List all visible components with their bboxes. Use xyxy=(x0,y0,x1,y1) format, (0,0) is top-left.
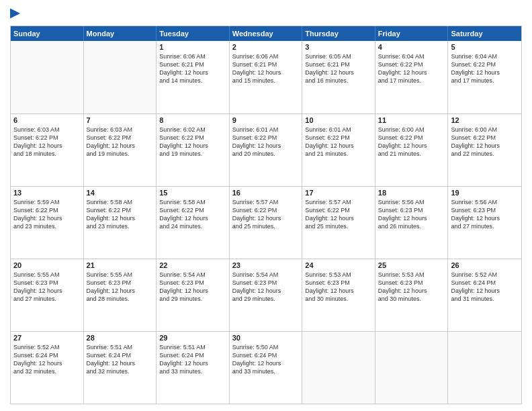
calendar-cell: 4Sunrise: 6:04 AMSunset: 6:22 PMDaylight… xyxy=(375,41,449,113)
day-number: 26 xyxy=(451,261,519,269)
calendar-cell: 13Sunrise: 5:59 AMSunset: 6:22 PMDayligh… xyxy=(11,187,84,259)
cell-info-line: Sunrise: 6:03 AM xyxy=(87,126,154,134)
day-number: 29 xyxy=(159,334,226,342)
cell-info-line: Sunrise: 6:02 AM xyxy=(159,126,226,134)
cell-info-line: and 21 minutes. xyxy=(378,150,445,158)
cell-info-line: Daylight: 12 hours xyxy=(451,68,519,77)
day-number: 13 xyxy=(13,189,81,197)
cell-info-line: Sunset: 6:22 PM xyxy=(451,60,519,68)
cell-info-line: Sunset: 6:23 PM xyxy=(13,279,81,287)
cell-info-line: Sunset: 6:23 PM xyxy=(87,279,154,287)
day-number: 4 xyxy=(378,43,445,51)
header-cell-wednesday: Wednesday xyxy=(230,26,303,41)
cell-info-line: Daylight: 12 hours xyxy=(13,287,81,295)
cell-info-line: Sunrise: 5:58 AM xyxy=(159,198,226,206)
cell-info-line: Daylight: 12 hours xyxy=(232,359,300,367)
day-number: 15 xyxy=(159,189,226,197)
cell-info-line: Daylight: 12 hours xyxy=(159,287,226,295)
cell-info-line: Sunset: 6:21 PM xyxy=(159,60,226,68)
calendar-cell: 24Sunrise: 5:53 AMSunset: 6:23 PMDayligh… xyxy=(302,259,375,331)
calendar-cell: 8Sunrise: 6:02 AMSunset: 6:22 PMDaylight… xyxy=(157,114,230,186)
cell-info-line: and 33 minutes. xyxy=(232,367,300,375)
calendar-cell xyxy=(302,332,375,404)
cell-info-line: Daylight: 12 hours xyxy=(305,214,372,222)
calendar-cell: 29Sunrise: 5:51 AMSunset: 6:24 PMDayligh… xyxy=(157,332,230,404)
calendar-body: 1Sunrise: 6:06 AMSunset: 6:21 PMDaylight… xyxy=(11,41,521,404)
cell-info-line: Daylight: 12 hours xyxy=(378,142,445,150)
day-number: 16 xyxy=(232,189,300,197)
calendar-cell: 2Sunrise: 6:06 AMSunset: 6:21 PMDaylight… xyxy=(230,41,303,113)
calendar-cell: 1Sunrise: 6:06 AMSunset: 6:21 PMDaylight… xyxy=(157,41,230,113)
calendar-week-2: 6Sunrise: 6:03 AMSunset: 6:22 PMDaylight… xyxy=(11,113,521,186)
calendar: SundayMondayTuesdayWednesdayThursdayFrid… xyxy=(10,26,522,404)
calendar-cell: 12Sunrise: 6:00 AMSunset: 6:22 PMDayligh… xyxy=(448,114,521,186)
day-number: 3 xyxy=(305,43,372,51)
calendar-cell: 6Sunrise: 6:03 AMSunset: 6:22 PMDaylight… xyxy=(11,114,84,186)
calendar-cell xyxy=(448,332,521,404)
cell-info-line: Daylight: 12 hours xyxy=(232,68,300,77)
calendar-header: SundayMondayTuesdayWednesdayThursdayFrid… xyxy=(11,26,521,41)
cell-info-line: and 25 minutes. xyxy=(232,222,300,230)
cell-info-line: Sunrise: 5:52 AM xyxy=(451,271,519,279)
calendar-cell: 23Sunrise: 5:54 AMSunset: 6:23 PMDayligh… xyxy=(230,259,303,331)
cell-info-line: Daylight: 12 hours xyxy=(13,142,81,150)
cell-info-line: Daylight: 12 hours xyxy=(87,287,154,295)
cell-info-line: Sunrise: 5:53 AM xyxy=(305,271,372,279)
cell-info-line: and 17 minutes. xyxy=(451,77,519,85)
cell-info-line: Daylight: 12 hours xyxy=(378,68,445,77)
cell-info-line: Sunset: 6:22 PM xyxy=(13,206,81,214)
header: ▶ xyxy=(10,7,522,20)
calendar-cell: 7Sunrise: 6:03 AMSunset: 6:22 PMDaylight… xyxy=(84,114,157,186)
cell-info-line: Daylight: 12 hours xyxy=(378,287,445,295)
cell-info-line: Sunset: 6:22 PM xyxy=(87,134,154,142)
calendar-cell xyxy=(84,41,157,113)
calendar-cell: 21Sunrise: 5:55 AMSunset: 6:23 PMDayligh… xyxy=(84,259,157,331)
calendar-cell: 11Sunrise: 6:00 AMSunset: 6:22 PMDayligh… xyxy=(375,114,449,186)
calendar-cell: 18Sunrise: 5:56 AMSunset: 6:23 PMDayligh… xyxy=(375,187,449,259)
cell-info-line: Daylight: 12 hours xyxy=(159,68,226,77)
cell-info-line: Sunrise: 5:54 AM xyxy=(232,271,300,279)
day-number: 24 xyxy=(305,261,372,269)
cell-info-line: Sunrise: 6:00 AM xyxy=(451,126,519,134)
cell-info-line: Daylight: 12 hours xyxy=(451,214,519,222)
day-number: 8 xyxy=(159,116,226,124)
cell-info-line: Sunrise: 6:03 AM xyxy=(13,126,81,134)
logo: ▶ xyxy=(10,7,19,20)
cell-info-line: Sunrise: 5:51 AM xyxy=(159,343,226,351)
cell-info-line: Sunset: 6:21 PM xyxy=(232,60,300,68)
cell-info-line: Sunrise: 5:57 AM xyxy=(232,198,300,206)
day-number: 2 xyxy=(232,43,300,51)
cell-info-line: Sunset: 6:23 PM xyxy=(378,206,445,214)
day-number: 1 xyxy=(159,43,226,51)
cell-info-line: Daylight: 12 hours xyxy=(451,287,519,295)
cell-info-line: and 32 minutes. xyxy=(13,367,81,375)
cell-info-line: Sunset: 6:24 PM xyxy=(87,351,154,359)
calendar-week-3: 13Sunrise: 5:59 AMSunset: 6:22 PMDayligh… xyxy=(11,186,521,259)
day-number: 14 xyxy=(87,189,154,197)
cell-info-line: and 17 minutes. xyxy=(378,77,445,85)
calendar-cell: 25Sunrise: 5:53 AMSunset: 6:23 PMDayligh… xyxy=(375,259,449,331)
cell-info-line: Sunset: 6:22 PM xyxy=(305,206,372,214)
day-number: 7 xyxy=(87,116,154,124)
cell-info-line: and 27 minutes. xyxy=(451,222,519,230)
cell-info-line: Sunset: 6:22 PM xyxy=(87,206,154,214)
cell-info-line: Sunrise: 5:59 AM xyxy=(13,198,81,206)
cell-info-line: Sunset: 6:23 PM xyxy=(159,279,226,287)
day-number: 25 xyxy=(378,261,445,269)
cell-info-line: and 26 minutes. xyxy=(378,222,445,230)
day-number: 18 xyxy=(378,189,445,197)
cell-info-line: Daylight: 12 hours xyxy=(87,359,154,367)
cell-info-line: and 18 minutes. xyxy=(13,150,81,158)
calendar-cell: 9Sunrise: 6:01 AMSunset: 6:22 PMDaylight… xyxy=(230,114,303,186)
cell-info-line: Sunrise: 5:52 AM xyxy=(13,343,81,351)
cell-info-line: and 29 minutes. xyxy=(232,295,300,303)
day-number: 30 xyxy=(232,334,300,342)
cell-info-line: Daylight: 12 hours xyxy=(13,359,81,367)
cell-info-line: and 22 minutes. xyxy=(451,150,519,158)
cell-info-line: and 32 minutes. xyxy=(87,367,154,375)
cell-info-line: and 20 minutes. xyxy=(232,150,300,158)
calendar-cell: 27Sunrise: 5:52 AMSunset: 6:24 PMDayligh… xyxy=(11,332,84,404)
cell-info-line: and 25 minutes. xyxy=(305,222,372,230)
cell-info-line: Sunrise: 5:50 AM xyxy=(232,343,300,351)
day-number: 22 xyxy=(159,261,226,269)
